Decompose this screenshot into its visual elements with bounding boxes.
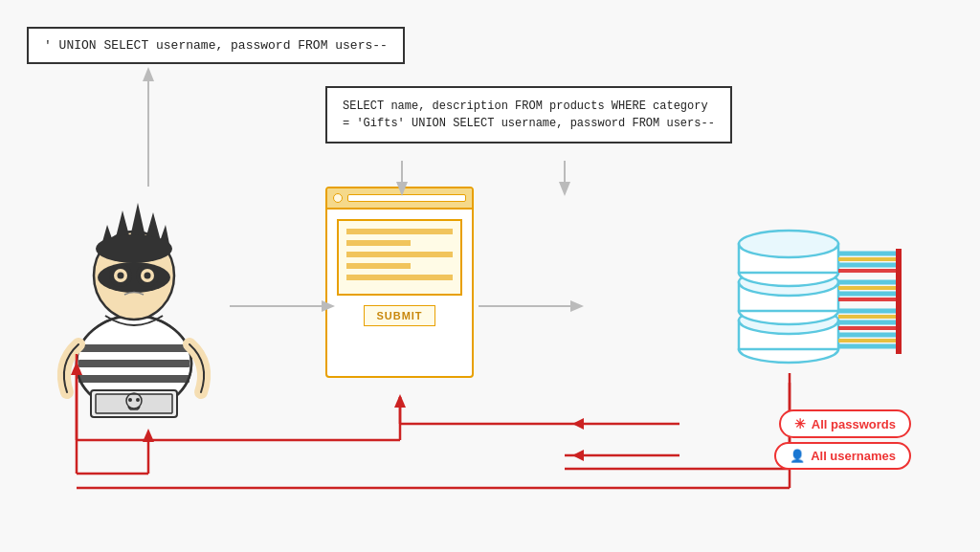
browser-window: SUBMIT bbox=[325, 187, 474, 378]
svg-point-43 bbox=[136, 398, 140, 402]
submit-button[interactable]: SUBMIT bbox=[364, 305, 434, 326]
svg-marker-55 bbox=[130, 203, 145, 237]
svg-rect-32 bbox=[78, 344, 189, 352]
svg-point-58 bbox=[96, 234, 172, 263]
all-usernames-badge: 👤 All usernames bbox=[774, 442, 911, 470]
passwords-label: All passwords bbox=[812, 417, 896, 431]
sql-injection-top: ' UNION SELECT username, password FROM u… bbox=[27, 27, 405, 64]
sql-right-line1: SELECT name, description FROM products W… bbox=[343, 98, 715, 115]
svg-point-51 bbox=[118, 273, 124, 279]
database-section bbox=[712, 187, 903, 397]
web-form-section: SUBMIT bbox=[325, 187, 479, 397]
svg-rect-83 bbox=[896, 249, 902, 354]
svg-point-52 bbox=[145, 273, 151, 279]
form-field-5 bbox=[346, 275, 453, 280]
svg-marker-13 bbox=[572, 418, 584, 430]
svg-marker-25 bbox=[143, 429, 154, 442]
usernames-icon: 👤 bbox=[790, 449, 805, 463]
sql-right-line2: = 'Gifts' UNION SELECT username, passwor… bbox=[343, 115, 715, 132]
svg-point-42 bbox=[128, 398, 132, 402]
sql-top-text: ' UNION SELECT username, password FROM u… bbox=[44, 38, 388, 53]
svg-marker-5 bbox=[559, 182, 570, 196]
form-field-4 bbox=[346, 263, 411, 269]
hacker-figure bbox=[38, 134, 230, 421]
all-passwords-badge: ✳ All passwords bbox=[779, 409, 911, 438]
browser-dot bbox=[333, 193, 343, 203]
svg-point-67 bbox=[739, 231, 838, 257]
browser-address-bar bbox=[347, 194, 466, 202]
passwords-icon: ✳ bbox=[794, 416, 806, 431]
sql-injection-right: SELECT name, description FROM products W… bbox=[325, 86, 732, 144]
svg-rect-37 bbox=[96, 394, 172, 413]
svg-marker-1 bbox=[143, 67, 154, 81]
form-field-1 bbox=[346, 229, 453, 234]
form-inner bbox=[337, 219, 462, 296]
browser-titlebar bbox=[327, 188, 472, 210]
usernames-label: All usernames bbox=[811, 449, 896, 463]
main-container: ' UNION SELECT username, password FROM u… bbox=[0, 0, 980, 552]
svg-marker-9 bbox=[570, 300, 584, 312]
form-field-3 bbox=[346, 252, 453, 257]
svg-point-46 bbox=[98, 262, 170, 293]
svg-marker-15 bbox=[572, 450, 584, 461]
form-field-2 bbox=[346, 240, 411, 246]
svg-rect-34 bbox=[78, 375, 189, 383]
svg-rect-33 bbox=[78, 360, 189, 367]
browser-body: SUBMIT bbox=[327, 210, 472, 336]
